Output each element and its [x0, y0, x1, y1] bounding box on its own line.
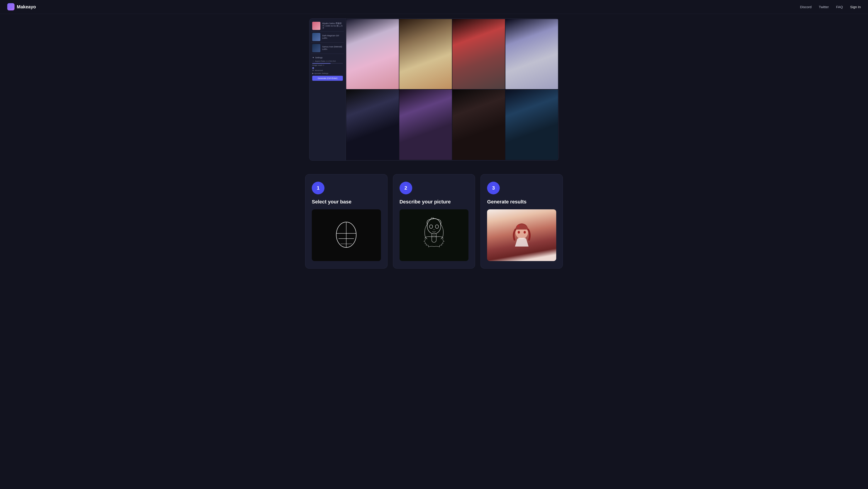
- steps-grid: 1 Select your base 2 Des: [305, 174, 563, 269]
- settings-label: Settings: [315, 57, 323, 59]
- hero-section: Miyako Saitou 齊藤彩子 | Oshi no Ko 推しの子 Dar…: [0, 14, 868, 160]
- sidebar-label-3: Samus Aran (Metroid) LoRA: [322, 45, 343, 51]
- svg-point-11: [517, 225, 520, 227]
- gallery-grid: [346, 19, 558, 160]
- svg-point-9: [518, 231, 520, 234]
- gallery-image-7[interactable]: [453, 90, 505, 160]
- nav-discord[interactable]: Discord: [800, 5, 811, 9]
- aspect-ratio-row: ↔ Aspect Ratio: 1:1 512,512: [312, 60, 343, 62]
- nav-twitter[interactable]: Twitter: [819, 5, 829, 9]
- advanced-label: Advanced: [315, 69, 323, 71]
- svg-point-5: [427, 218, 441, 234]
- generate-button[interactable]: Generate (Ctrl+Enter): [312, 76, 343, 81]
- gallery-image-4[interactable]: [505, 19, 558, 89]
- gallery-image-5[interactable]: [346, 90, 399, 160]
- nav-links: Discord Twitter FAQ Sign In: [800, 5, 861, 9]
- brand-logo-link[interactable]: Makeayo: [7, 3, 36, 10]
- sidebar-panel: Miyako Saitou 齊藤彩子 | Oshi no Ko 推しの子 Dar…: [310, 19, 346, 160]
- svg-point-10: [524, 231, 526, 234]
- svg-point-7: [435, 225, 438, 228]
- step-card-2: 2 Describe your picture: [393, 174, 475, 269]
- step-image-3: [487, 209, 556, 261]
- sidebar-thumb-3: [312, 44, 320, 52]
- brand-logo-icon: [7, 3, 14, 10]
- step-badge-2: 2: [400, 182, 412, 194]
- settings-toggle[interactable]: ▼ Settings: [312, 57, 343, 59]
- steps-section: 1 Select your base 2 Des: [298, 160, 570, 282]
- rendered-character: [487, 209, 556, 261]
- step-title-1: Select your base: [312, 199, 381, 205]
- step-title-2: Describe your picture: [400, 199, 469, 205]
- svg-point-6: [430, 225, 433, 228]
- nav-signin[interactable]: Sign In: [850, 5, 861, 9]
- gallery-image-1[interactable]: [346, 19, 399, 89]
- sidebar-thumb-2: [312, 33, 320, 41]
- step-image-2: [400, 209, 469, 261]
- sidebar-label-1: Miyako Saitou 齊藤彩子 | Oshi no Ko 推しの子: [322, 22, 343, 29]
- step-badge-3: 3: [487, 182, 500, 194]
- gallery-panel: [346, 19, 558, 160]
- brand-name: Makeayo: [17, 4, 36, 9]
- step-card-3: 3 Generate results: [480, 174, 563, 269]
- settings-section: ▼ Settings ↔ Aspect Ratio: 1:1 512,512 I…: [311, 56, 344, 82]
- aspect-ratio-label: Aspect Ratio: 1:1 512,512: [315, 60, 336, 62]
- gallery-image-3[interactable]: [453, 19, 505, 89]
- step-image-1: [312, 209, 381, 261]
- step-title-3: Generate results: [487, 199, 556, 205]
- gallery-image-2[interactable]: [399, 19, 452, 89]
- step-card-1: 1 Select your base: [305, 174, 388, 269]
- advanced-row[interactable]: ⚙ Advanced: [312, 69, 343, 71]
- image-count-label: Image count: 1: [312, 64, 324, 66]
- step-badge-1: 1: [312, 182, 324, 194]
- upscaler-label: Upscaler Settings: [314, 72, 328, 74]
- nav-faq[interactable]: FAQ: [836, 5, 843, 9]
- sidebar-item-3[interactable]: Samus Aran (Metroid) LoRA: [311, 43, 344, 54]
- sidebar-item-1[interactable]: Miyako Saitou 齊藤彩子 | Oshi no Ko 推しの子: [311, 21, 344, 32]
- aspect-ratio-slider[interactable]: [312, 63, 343, 64]
- gallery-image-8[interactable]: [505, 90, 558, 160]
- navbar: Makeayo Discord Twitter FAQ Sign In: [0, 0, 868, 14]
- sidebar-thumb-1: [312, 22, 320, 30]
- image-count-row: Image count: 1: [312, 64, 343, 66]
- sidebar-item-2[interactable]: Dark Magician Girl LoRA: [311, 32, 344, 43]
- gallery-image-6[interactable]: [399, 90, 452, 160]
- sidebar-label-2: Dark Magician Girl LoRA: [322, 34, 343, 39]
- upscaler-row[interactable]: ▶ Upscaler Settings: [312, 72, 343, 74]
- app-preview: Miyako Saitou 齊藤彩子 | Oshi no Ko 推しの子 Dar…: [309, 19, 559, 160]
- image-count-slider[interactable]: [312, 67, 314, 69]
